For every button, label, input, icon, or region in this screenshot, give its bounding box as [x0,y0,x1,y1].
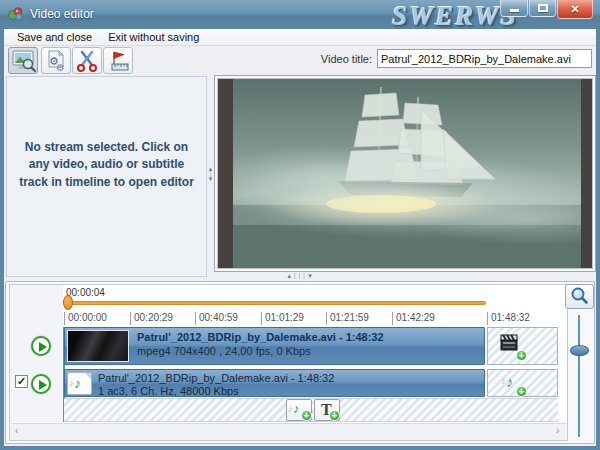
menu-exit-without-saving[interactable]: Exit without saving [100,30,207,44]
note-echo-icon: ♪ [288,404,293,414]
add-video-area: + [487,327,558,365]
time-tick: 00:00:00 [64,312,107,325]
seek-bar[interactable] [68,301,486,305]
chapters-button[interactable] [103,47,133,74]
no-stream-message: No stream selected. Click on any video, … [7,139,206,191]
timeline-panel: 00:00:04 00:00:00 00:20:29 00:40:59 01:0… [5,281,595,444]
add-audio-area: ♪ ♪ + [487,369,558,397]
video-preview [214,75,596,272]
scroll-right-icon[interactable]: › [556,425,559,436]
chapters-flag-icon [106,50,132,73]
audio-track-details: 1 ac3, 6 Ch. Hz, 48000 Kbps [98,385,239,397]
timeline-scrollbar[interactable]: ‹ › [10,423,567,440]
window-title: Video editor [30,7,94,21]
maximize-button[interactable] [529,0,556,17]
clapperboard-icon [500,334,520,352]
scroll-left-icon[interactable]: ‹ [15,425,18,436]
video-track-title: Patrul'_2012_BDRip_by_Dalemake.avi - 1:4… [137,331,384,343]
maximize-icon [538,4,548,12]
video-title-label: Video title: [304,53,372,65]
time-tick: 01:42:29 [392,312,435,325]
audio-enabled-checkbox[interactable]: ✓ [15,375,28,388]
splitter-grip-icon: ▲┆┆┆▼ [286,273,314,279]
duration-tick: 01:48:32 [487,312,530,325]
preview-monitor-icon [11,50,37,73]
minimize-button[interactable] [500,0,528,17]
music-note-icon: ♪ [506,373,514,390]
audio-file-icon: ♪ ♪ [67,372,92,395]
video-track-details: mpeg4 704x400 , 24,00 fps, 0 Kbps [137,345,311,357]
menu-save-and-close[interactable]: Save and close [9,30,100,44]
time-tick: 00:40:59 [195,312,238,325]
playhead-handle[interactable] [63,295,73,310]
horizontal-splitter[interactable]: ▲┆┆┆▼ [276,273,324,280]
video-thumbnail [67,330,129,362]
music-note-icon: ♪ [293,401,300,416]
folded-corner-icon [85,373,91,379]
settings-button[interactable]: ⚙ ⚙ [41,47,71,74]
toolbar: ⚙ ⚙ Video title: [4,46,596,75]
minimize-icon [510,9,519,12]
add-track-strip: ♪ ♪ + T + [64,398,558,422]
preview-frame-image [233,79,589,268]
plus-icon: + [329,410,340,421]
splitter-down-icon: ▼ [208,177,214,182]
stream-editor-panel: No stream selected. Click on any video, … [6,76,207,277]
close-icon: ✕ [558,0,592,18]
encoding-settings-icon: ⚙ ⚙ [44,50,70,73]
small-note-icon: ♪ [69,378,74,388]
zoom-slider-handle[interactable] [570,345,589,356]
video-track[interactable]: Patrul'_2012_BDRip_by_Dalemake.avi - 1:4… [64,327,485,365]
svg-text:⚙: ⚙ [56,62,65,73]
preview-button[interactable] [8,47,38,74]
play-video-track-button[interactable] [31,336,51,356]
time-tick: 01:01:29 [261,312,304,325]
menu-bar: Save and close Exit without saving [4,29,596,46]
close-button[interactable]: ✕ [557,0,593,19]
time-tick: 01:21:59 [326,312,369,325]
client-area: ⚙ ⚙ Video title: No stream selected. [4,46,596,446]
timeline-zoom-button[interactable] [565,284,594,309]
add-audio-plus-icon[interactable]: + [516,386,527,397]
timeline-content: 00:00:04 00:00:00 00:20:29 00:40:59 01:0… [9,284,568,441]
video-title-input[interactable] [377,49,592,68]
audio-track-title: Patrul'_2012_BDRip_by_Dalemake.avi - 1:4… [98,372,334,384]
pillarbox-right [581,79,592,268]
add-subtitle-track-button[interactable]: T + [314,399,340,421]
add-video-plus-icon[interactable]: + [516,350,527,361]
app-icon [8,6,24,22]
cut-button[interactable] [72,47,102,74]
playhead-position: 00:00:04 [66,287,105,298]
zoom-slider-track[interactable] [578,315,580,437]
vertical-splitter[interactable]: ▲ ┆ ▼ [207,76,214,272]
audio-track[interactable]: ♪ ♪ Patrul'_2012_BDRip_by_Dalemake.avi -… [64,369,485,397]
plus-icon: + [301,410,312,421]
music-note-icon: ♪ [74,375,81,391]
play-audio-track-button[interactable] [31,374,51,394]
note-echo-icon: ♪ [501,376,506,386]
title-bar[interactable]: Video editor SWERWS ✕ [0,0,600,29]
pillarbox-left [218,79,233,268]
magnifier-icon [566,285,593,308]
add-audio-track-button[interactable]: ♪ ♪ + [286,399,312,421]
cut-scissors-icon [75,50,101,73]
time-tick: 00:20:29 [130,312,173,325]
